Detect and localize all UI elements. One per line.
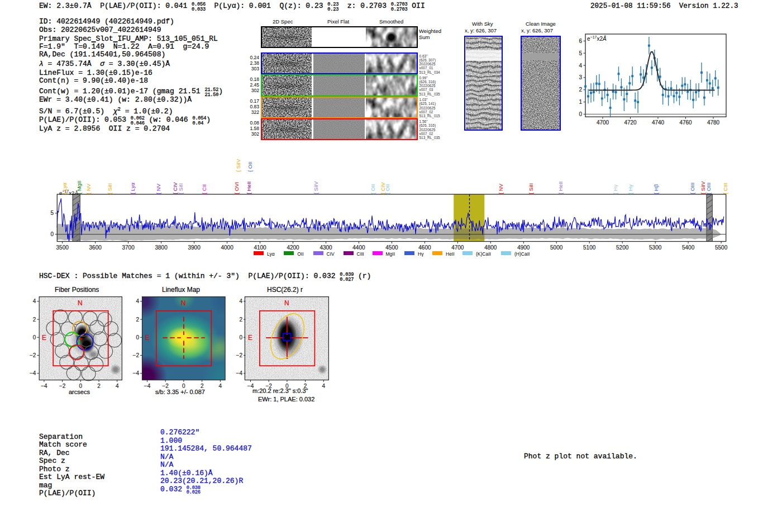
svg-text:2: 2 — [201, 383, 204, 389]
svg-text:−2: −2 — [133, 352, 140, 358]
svg-text:2: 2 — [136, 317, 139, 323]
svg-text:−4: −4 — [236, 370, 243, 376]
svg-text:4: 4 — [136, 298, 139, 304]
svg-text:2: 2 — [239, 317, 242, 323]
svg-text:−4: −4 — [41, 383, 47, 389]
svg-text:−2: −2 — [30, 352, 36, 358]
svg-text:−4: −4 — [144, 383, 151, 389]
svg-text:−4: −4 — [133, 370, 140, 376]
svg-text:4: 4 — [33, 298, 36, 304]
svg-text:4: 4 — [239, 298, 242, 304]
svg-text:−4: −4 — [30, 370, 36, 376]
svg-text:−2: −2 — [162, 383, 169, 389]
svg-text:−2: −2 — [59, 383, 66, 389]
svg-text:−2: −2 — [236, 352, 243, 358]
svg-text:4: 4 — [322, 383, 326, 389]
svg-text:4: 4 — [219, 383, 222, 389]
svg-text:0: 0 — [79, 383, 83, 389]
svg-text:0: 0 — [33, 334, 36, 341]
svg-text:4: 4 — [116, 383, 119, 389]
svg-text:0: 0 — [239, 334, 242, 341]
svg-text:2: 2 — [97, 383, 101, 389]
svg-text:0: 0 — [136, 334, 139, 341]
svg-text:0: 0 — [182, 383, 185, 389]
svg-text:2: 2 — [33, 317, 36, 323]
